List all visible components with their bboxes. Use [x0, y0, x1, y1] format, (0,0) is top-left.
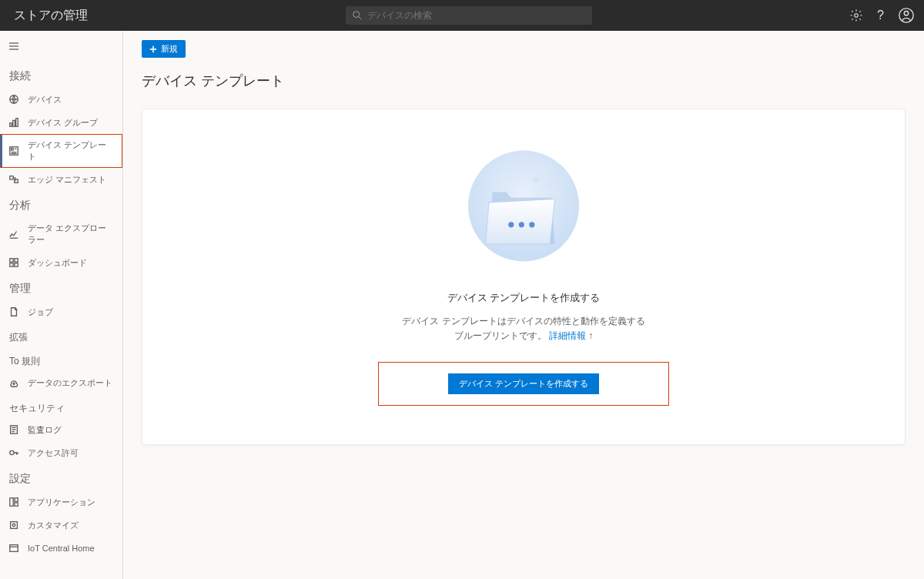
- user-icon[interactable]: [898, 7, 915, 24]
- sidebar-item-label: IoT Central Home: [28, 544, 95, 553]
- svg-point-27: [10, 450, 14, 454]
- sidebar-item-label: デバイス: [28, 94, 62, 105]
- sidebar: 接続 デバイス デバイス グループ デバイス テンプレート エッジ マニフェスト…: [0, 31, 123, 579]
- page-title: デバイス テンプレート: [142, 72, 906, 90]
- svg-point-39: [519, 222, 524, 227]
- svg-point-2: [855, 14, 859, 18]
- globe-icon: [8, 93, 20, 105]
- svg-point-38: [508, 222, 514, 227]
- sidebar-item-label: 監査ログ: [28, 424, 62, 436]
- new-button-label: 新規: [161, 43, 178, 55]
- sidebar-item-label: データのエクスポート: [28, 377, 112, 389]
- sidebar-toggle[interactable]: [0, 31, 122, 62]
- svg-rect-20: [15, 259, 18, 262]
- section-connect: 接続: [0, 62, 122, 88]
- desc-line1: デバイス テンプレートはデバイスの特性と動作を定義する: [402, 316, 644, 326]
- sidebar-item-label: デバイス テンプレート: [28, 139, 115, 162]
- home-icon: [8, 542, 20, 554]
- app-icon: [8, 496, 20, 508]
- empty-state-description: デバイス テンプレートはデバイスの特性と動作を定義する ブループリントです。 詳…: [402, 314, 644, 343]
- desc-line2: ブループリントです。: [454, 330, 547, 341]
- svg-point-40: [529, 222, 534, 227]
- new-button[interactable]: 新規: [142, 40, 186, 58]
- create-button-highlight: デバイス テンプレートを作成する: [378, 362, 669, 406]
- sidebar-item-device-templates[interactable]: デバイス テンプレート: [0, 134, 122, 168]
- section-analyze: 分析: [0, 191, 122, 217]
- svg-rect-17: [10, 176, 13, 179]
- sidebar-item-label: アクセス許可: [28, 447, 79, 459]
- sidebar-item-data-explorer[interactable]: データ エクスプローラー: [0, 217, 122, 251]
- svg-rect-30: [15, 503, 18, 506]
- sidebar-item-label: ジョブ: [28, 306, 53, 318]
- log-icon: [8, 423, 20, 436]
- bar-chart-icon: [8, 116, 20, 129]
- section-security: セキュリティ: [0, 394, 122, 418]
- sidebar-item-device-groups[interactable]: デバイス グループ: [0, 111, 122, 134]
- svg-rect-33: [10, 545, 18, 552]
- template-icon: [8, 145, 20, 157]
- sidebar-item-jobs[interactable]: ジョブ: [0, 300, 122, 323]
- header-actions: ?: [849, 7, 915, 24]
- sidebar-item-devices[interactable]: デバイス: [0, 88, 122, 111]
- customize-icon: [8, 519, 20, 531]
- search-input[interactable]: [367, 10, 586, 21]
- learn-more-link[interactable]: 詳細情報: [549, 330, 586, 341]
- empty-state-card: デバイス テンプレートを作成する デバイス テンプレートはデバイスの特性と動作を…: [142, 109, 906, 445]
- app-title: ストアの管理: [9, 8, 88, 24]
- key-icon: [8, 447, 20, 459]
- header: ストアの管理 ?: [0, 0, 924, 31]
- svg-rect-21: [10, 263, 13, 266]
- svg-rect-31: [11, 522, 18, 529]
- sidebar-item-edge-manifest[interactable]: エッジ マニフェスト: [0, 168, 122, 191]
- sidebar-item-label: アプリケーション: [28, 497, 95, 508]
- section-extend: 拡張: [0, 323, 122, 347]
- search-wrap: [88, 6, 849, 25]
- main: 新規 デバイス テンプレート: [123, 31, 924, 579]
- dashboard-icon: [8, 256, 20, 269]
- svg-point-4: [904, 12, 909, 16]
- svg-rect-19: [10, 259, 13, 262]
- sidebar-item-iot-home[interactable]: IoT Central Home: [0, 537, 122, 560]
- svg-line-1: [358, 17, 361, 20]
- sidebar-item-audit-log[interactable]: 監査ログ: [0, 418, 122, 441]
- svg-point-0: [353, 12, 359, 18]
- section-to-rules: To 規則: [0, 347, 122, 371]
- search-icon: [352, 10, 363, 21]
- sidebar-item-dashboard[interactable]: ダッシュボード: [0, 251, 122, 274]
- sidebar-item-label: エッジ マニフェスト: [28, 174, 106, 186]
- edge-icon: [8, 173, 20, 186]
- help-icon[interactable]: ?: [877, 8, 884, 22]
- svg-rect-11: [16, 119, 18, 127]
- layout: 接続 デバイス デバイス グループ デバイス テンプレート エッジ マニフェスト…: [0, 31, 924, 579]
- svg-rect-10: [13, 120, 15, 126]
- create-template-button[interactable]: デバイス テンプレートを作成する: [448, 373, 599, 394]
- sidebar-item-label: デバイス グループ: [28, 117, 98, 129]
- document-icon: [8, 306, 20, 318]
- svg-point-32: [12, 524, 15, 527]
- plus-icon: [149, 45, 157, 53]
- sidebar-item-label: カスタマイズ: [28, 520, 79, 531]
- search-box[interactable]: [346, 6, 592, 25]
- section-manage: 管理: [0, 274, 122, 300]
- sidebar-item-data-export[interactable]: データのエクスポート: [0, 371, 122, 394]
- folder-illustration: [454, 140, 593, 279]
- sidebar-item-label: データ エクスプローラー: [28, 223, 115, 246]
- sidebar-item-label: ダッシュボード: [28, 257, 87, 269]
- empty-state-title: デバイス テンプレートを作成する: [447, 291, 601, 305]
- sidebar-item-customize[interactable]: カスタマイズ: [0, 514, 122, 537]
- svg-rect-29: [15, 498, 18, 501]
- toolbar: 新規: [142, 40, 906, 58]
- svg-rect-13: [12, 149, 14, 151]
- svg-rect-28: [10, 498, 13, 507]
- sidebar-item-application[interactable]: アプリケーション: [0, 490, 122, 514]
- line-chart-icon: [8, 228, 20, 240]
- export-icon: [8, 377, 20, 389]
- svg-rect-22: [15, 263, 18, 266]
- gear-icon[interactable]: [849, 8, 863, 22]
- svg-rect-9: [10, 123, 12, 126]
- sidebar-item-permissions[interactable]: アクセス許可: [0, 441, 122, 464]
- external-link-icon: ↑: [588, 330, 593, 341]
- section-settings: 設定: [0, 464, 122, 490]
